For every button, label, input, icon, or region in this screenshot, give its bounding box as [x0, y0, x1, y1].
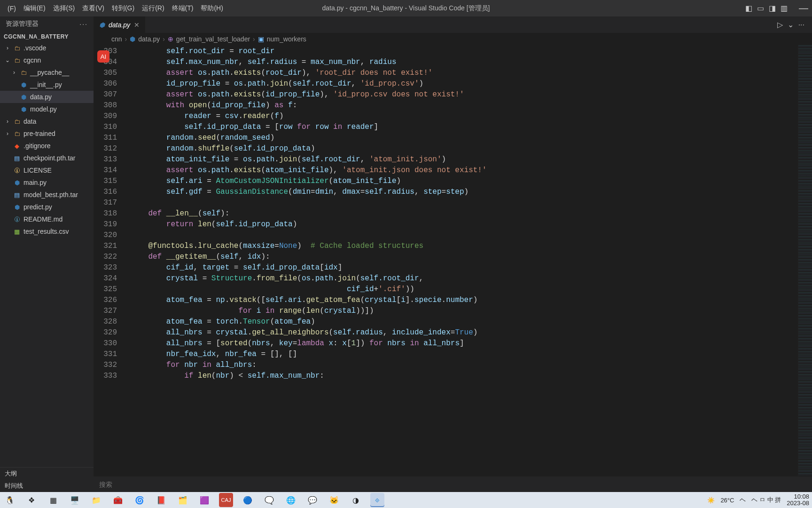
- code-content[interactable]: self.root_dir = root_dir self.max_num_nb…: [130, 45, 798, 476]
- project-name[interactable]: CGCNN_NA_BATTERY: [0, 32, 94, 42]
- taskbar-vscode-icon[interactable]: ⟐: [370, 493, 384, 507]
- outline-section[interactable]: 大纲: [0, 468, 94, 480]
- taskbar-app-icon[interactable]: 📕: [154, 493, 168, 507]
- tree-folder[interactable]: ›🗀pre-trained: [0, 127, 94, 140]
- taskbar-right: ☀️ 26°C ヘ ヘ ㅁ 中 拼 10:08 2023-08: [707, 493, 809, 507]
- line-number: 305: [94, 68, 117, 79]
- taskbar-app-icon[interactable]: CAJ: [219, 493, 233, 507]
- tree-file[interactable]: ⬢__init__.py: [0, 79, 94, 91]
- menu-terminal[interactable]: 终端(T): [168, 2, 197, 15]
- code-line: atom_init_file = os.path.join(self.root_…: [130, 154, 798, 165]
- toggle-panel-icon[interactable]: ▭: [757, 4, 764, 13]
- taskbar-app-icon[interactable]: 🟪: [197, 493, 211, 507]
- menu-select[interactable]: 选择(S): [49, 2, 79, 15]
- breadcrumb-file[interactable]: data.py: [138, 35, 160, 43]
- tree-file[interactable]: ▤checkpoint.pth.tar: [0, 152, 94, 164]
- line-number: 314: [94, 165, 117, 176]
- code-line: with open(id_prop_file) as f:: [130, 100, 798, 111]
- sidebar-header: 资源管理器 ···: [0, 16, 94, 32]
- taskbar-app-icon[interactable]: 🗨️: [262, 493, 276, 507]
- editor-more-icon[interactable]: ···: [798, 21, 804, 29]
- tree-file[interactable]: 🛈README.md: [0, 213, 94, 225]
- taskbar-app-icon[interactable]: 🔵: [241, 493, 255, 507]
- code-line: atom_fea = torch.Tensor(atom_fea): [130, 317, 798, 327]
- taskbar-app-icon[interactable]: 🐱: [327, 493, 341, 507]
- taskbar-app-icon[interactable]: 🌀: [133, 493, 147, 507]
- tab-close-icon[interactable]: ✕: [134, 21, 140, 29]
- menu-file[interactable]: (F): [4, 3, 20, 14]
- minimize-icon[interactable]: —: [799, 3, 808, 14]
- tree-file[interactable]: ⬢data.py: [0, 91, 94, 103]
- folder-icon: 🗀: [13, 130, 21, 137]
- tree-folder[interactable]: ›🗀.vscode: [0, 42, 94, 54]
- breadcrumb-folder[interactable]: cnn: [111, 35, 122, 43]
- toggle-primary-sidebar-icon[interactable]: ◧: [745, 4, 752, 13]
- line-number: 321: [94, 241, 117, 252]
- weather-icon[interactable]: ☀️: [707, 497, 715, 504]
- tree-file[interactable]: ◆.gitignore: [0, 140, 94, 152]
- line-number: 307: [94, 89, 117, 100]
- taskbar-app-icon[interactable]: ◑: [349, 493, 363, 507]
- py-icon: ⬢: [13, 204, 21, 211]
- run-button-icon[interactable]: ▷: [777, 20, 783, 29]
- code-line: reader = csv.reader(f): [130, 111, 798, 122]
- breadcrumb-function[interactable]: get_train_val_test_loader: [176, 35, 250, 43]
- menu-run[interactable]: 运行(R): [138, 2, 168, 15]
- line-number: 317: [94, 198, 117, 208]
- taskbar-app-icon[interactable]: 🧰: [111, 493, 125, 507]
- taskbar-explorer-icon[interactable]: 🗂️: [176, 493, 190, 507]
- breadcrumb[interactable]: cnn › ⬢ data.py › ⊕ get_train_val_test_l…: [94, 33, 812, 45]
- extension-avatar-icon[interactable]: AI: [97, 50, 109, 63]
- menu-help[interactable]: 帮助(H): [197, 2, 226, 15]
- file-tree[interactable]: ›🗀.vscode⌄🗀cgcnn›🗀__pycache__⬢__init__.p…: [0, 42, 94, 467]
- search-input[interactable]: [99, 481, 184, 488]
- menu-go[interactable]: 转到(G): [108, 2, 138, 15]
- taskbar-wechat-icon[interactable]: 💬: [305, 493, 320, 507]
- tree-file[interactable]: ▤model_best.pth.tar: [0, 189, 94, 201]
- workbench: 资源管理器 ··· CGCNN_NA_BATTERY ›🗀.vscode⌄🗀cg…: [0, 16, 812, 492]
- chevron-icon: ⌄: [5, 57, 10, 64]
- menu-view[interactable]: 查看(V): [78, 2, 108, 15]
- minimap[interactable]: [798, 45, 812, 476]
- chevron-icon: ›: [5, 118, 10, 125]
- code-line: self.id_prop_data = [row for row in read…: [130, 122, 798, 133]
- tree-folder[interactable]: ›🗀data: [0, 115, 94, 127]
- toggle-secondary-sidebar-icon[interactable]: ◨: [769, 4, 776, 13]
- code-line: return len(self.id_prop_data): [130, 219, 798, 230]
- code-line: assert os.path.exists(id_prop_file), 'id…: [130, 89, 798, 100]
- tray-input-method[interactable]: ヘ ㅁ 中 拼: [751, 496, 781, 504]
- py-icon: ⬢: [20, 94, 27, 101]
- sidebar-more-icon[interactable]: ···: [79, 20, 88, 28]
- tree-file[interactable]: ⬢model.py: [0, 103, 94, 115]
- chevron-right-icon: ›: [163, 35, 165, 43]
- taskbar-app-icon[interactable]: 🐧: [3, 493, 17, 507]
- taskbar-app-icon[interactable]: 🖥️: [68, 493, 82, 507]
- tree-file[interactable]: 🛈LICENSE: [0, 164, 94, 176]
- taskbar-clock[interactable]: 10:08 2023-08: [787, 493, 809, 507]
- tree-file[interactable]: ⬢main.py: [0, 176, 94, 189]
- taskbar-widgets-icon[interactable]: ❖: [24, 493, 39, 507]
- timeline-section[interactable]: 时间线: [0, 480, 94, 492]
- menu-edit[interactable]: 编辑(E): [20, 2, 49, 15]
- customize-layout-icon[interactable]: ▥: [781, 4, 788, 13]
- tree-folder[interactable]: ›🗀__pycache__: [0, 66, 94, 79]
- code-line: crystal = Structure.from_file(os.path.jo…: [130, 273, 798, 284]
- line-number: 311: [94, 133, 117, 143]
- line-number: 312: [94, 143, 117, 154]
- line-number: 325: [94, 284, 117, 295]
- breadcrumb-symbol[interactable]: num_workers: [267, 35, 306, 43]
- tab-data-py[interactable]: ⬢ data.py ✕: [94, 16, 146, 33]
- tray-chevron-icon[interactable]: ヘ: [740, 496, 746, 504]
- tree-file[interactable]: ⬢predict.py: [0, 201, 94, 213]
- run-dropdown-icon[interactable]: ⌄: [788, 20, 794, 29]
- taskbar-left: 🐧 ❖ ▦ 🖥️ 📁 🧰 🌀 📕 🗂️ 🟪 CAJ 🔵 🗨️ 🌐 💬 🐱 ◑ ⟐: [3, 493, 384, 507]
- taskbar-app-icon[interactable]: 📁: [89, 493, 103, 507]
- tree-file[interactable]: ▦test_results.csv: [0, 225, 94, 238]
- line-gutter: 3033043053063073083093103113123133143153…: [94, 45, 130, 476]
- code-line: [130, 230, 798, 241]
- taskbar-edge-icon[interactable]: 🌐: [284, 493, 298, 507]
- tree-item-label: README.md: [23, 215, 62, 223]
- folder-icon: 🗀: [13, 57, 21, 64]
- taskbar-taskview-icon[interactable]: ▦: [46, 493, 60, 507]
- tree-folder[interactable]: ⌄🗀cgcnn: [0, 54, 94, 66]
